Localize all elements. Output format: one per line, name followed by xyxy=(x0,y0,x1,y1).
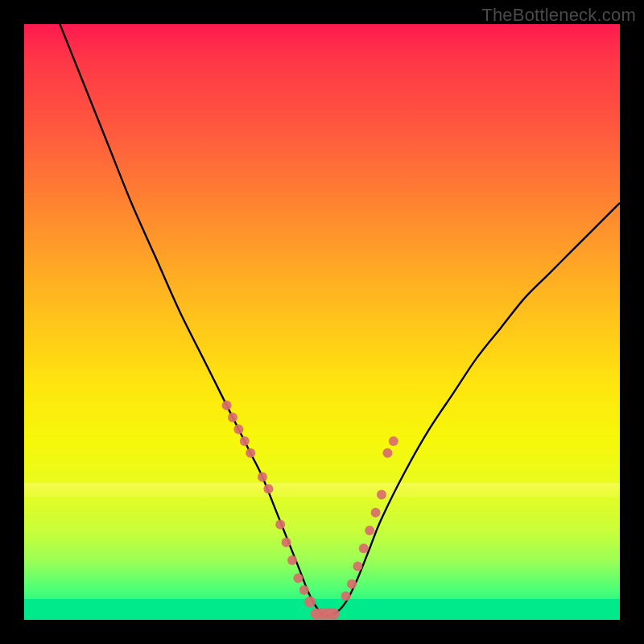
data-point xyxy=(389,436,398,446)
data-points-cluster xyxy=(222,401,398,620)
data-point xyxy=(304,597,316,608)
curve-svg xyxy=(24,24,620,620)
data-point xyxy=(299,585,309,595)
data-point xyxy=(382,448,392,458)
data-point xyxy=(293,573,303,583)
data-point xyxy=(287,555,297,565)
data-point xyxy=(341,591,351,601)
chart-plot-area xyxy=(24,24,620,620)
data-point xyxy=(371,508,381,518)
data-point xyxy=(365,526,374,535)
bottleneck-curve xyxy=(60,24,620,616)
data-point xyxy=(359,543,369,553)
data-point xyxy=(222,401,232,411)
data-point xyxy=(233,424,243,434)
data-point xyxy=(377,490,386,500)
data-point xyxy=(353,561,362,571)
data-point xyxy=(263,484,273,493)
data-point xyxy=(275,520,285,530)
data-point xyxy=(228,412,237,422)
attribution-text: TheBottleneck.com xyxy=(481,5,636,26)
data-point xyxy=(347,580,357,589)
data-point xyxy=(258,472,267,481)
data-point xyxy=(246,448,255,458)
data-point xyxy=(240,436,250,446)
data-point xyxy=(328,609,340,620)
data-point xyxy=(282,538,291,547)
